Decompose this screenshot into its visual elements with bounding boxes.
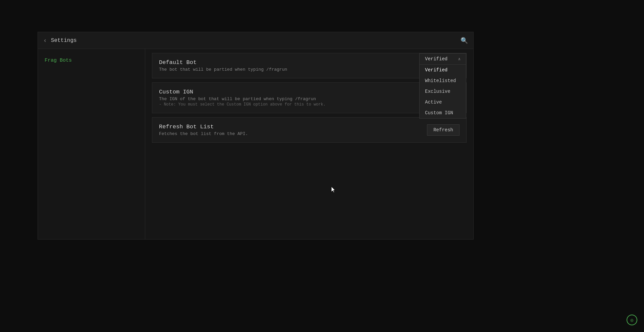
main-content: Default Bot The bot that will be partied… (145, 49, 473, 239)
dropdown-menu: Verified ∧ Verified Whitelisted Exclusiv… (419, 53, 466, 119)
main-window: ‹ Settings 🔍 Frag Bots Default Bot The b… (38, 32, 474, 240)
dropdown-item-3[interactable]: Active (420, 97, 466, 108)
refresh-bot-list-card: Refresh Bot List Fetches the bot list fr… (152, 117, 467, 143)
refresh-bot-list-info: Refresh Bot List Fetches the bot list fr… (159, 124, 427, 136)
refresh-bot-list-title: Refresh Bot List (159, 124, 427, 130)
dropdown-item-2[interactable]: Exclusive (420, 86, 466, 97)
sidebar-item-frag-bots[interactable]: Frag Bots (38, 54, 145, 67)
search-icon[interactable]: 🔍 (461, 37, 468, 44)
default-bot-info: Default Bot The bot that will be partied… (159, 59, 419, 72)
dropdown-item-4[interactable]: Custom IGN (420, 108, 466, 118)
chevron-up-icon-menu: ∧ (458, 57, 461, 62)
refresh-bot-list-description: Fetches the bot list from the API. (159, 131, 427, 136)
custom-ign-title: Custom IGN (159, 89, 426, 95)
default-bot-description: The bot that will be partied when typing… (159, 67, 419, 72)
dropdown-item-1[interactable]: Whitelisted (420, 75, 466, 86)
default-bot-card: Default Bot The bot that will be partied… (152, 53, 467, 78)
dropdown-header-label: Verified (425, 56, 447, 62)
title-bar: ‹ Settings 🔍 (38, 32, 473, 49)
custom-ign-description: The IGN of the bot that will be partied … (159, 96, 426, 102)
sidebar: Frag Bots (38, 49, 145, 239)
refresh-button[interactable]: Refresh (427, 124, 460, 136)
bottom-right-icon: ◎ (627, 315, 637, 325)
dropdown-item-0[interactable]: Verified (420, 65, 466, 75)
custom-ign-note: - Note: You must select the Custom IGN o… (159, 102, 426, 107)
default-bot-title: Default Bot (159, 59, 419, 66)
custom-ign-info: Custom IGN The IGN of the bot that will … (159, 89, 426, 107)
back-button[interactable]: ‹ (43, 37, 47, 44)
dropdown-header-item[interactable]: Verified ∧ (420, 54, 466, 65)
page-title: Settings (51, 38, 77, 44)
